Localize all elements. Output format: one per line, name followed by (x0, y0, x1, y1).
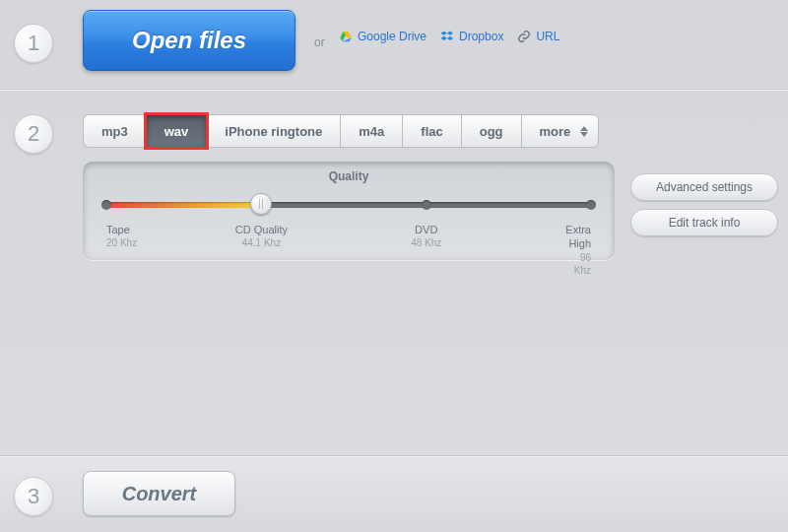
quality-label: Tape20 Khz (106, 223, 137, 249)
or-text: or (314, 35, 325, 49)
quality-label: CD Quality44.1 Khz (235, 223, 288, 249)
link-icon (517, 30, 531, 43)
format-tab-wav[interactable]: wav (146, 114, 207, 148)
google-drive-link[interactable]: Google Drive (339, 30, 427, 43)
format-tab-mp3[interactable]: mp3 (83, 114, 146, 148)
quality-label: DVD48 Khz (411, 223, 441, 249)
slider-tick (101, 200, 111, 210)
slider-tick (586, 200, 596, 210)
step-1-open-files: 1 Open files or Google Drive Dropbox URL (0, 0, 788, 89)
step-2-settings: 2 mp3waviPhone ringtonem4aflacoggmore Qu… (0, 91, 788, 455)
format-tab-iphone-ringtone[interactable]: iPhone ringtone (206, 114, 340, 148)
google-drive-icon (339, 30, 353, 43)
quality-labels: Tape20 KhzCD Quality44.1 KhzDVD48 KhzExt… (106, 223, 591, 250)
format-tabs: mp3waviPhone ringtonem4aflacoggmore (83, 114, 599, 148)
google-drive-label: Google Drive (358, 30, 427, 43)
slider-fill (106, 202, 261, 208)
advanced-settings-button[interactable]: Advanced settings (630, 173, 778, 201)
format-tab-m4a[interactable]: m4a (340, 114, 402, 148)
quality-label: Extra High96 Khz (565, 223, 591, 277)
slider-thumb[interactable] (250, 193, 272, 215)
dropbox-icon (440, 30, 454, 43)
url-label: URL (536, 30, 559, 43)
step-3-convert: 3 Convert (0, 457, 788, 532)
edit-track-info-button[interactable]: Edit track info (630, 209, 778, 236)
format-tab-more[interactable]: more (521, 114, 600, 148)
quality-slider[interactable] (106, 197, 591, 213)
url-link[interactable]: URL (517, 30, 559, 43)
slider-tick (422, 200, 431, 210)
more-updown-icon (578, 123, 590, 139)
step-badge-1: 1 (14, 24, 53, 63)
step-badge-2: 2 (14, 114, 53, 154)
open-files-button[interactable]: Open files (83, 10, 296, 71)
dropbox-label: Dropbox (459, 30, 503, 43)
quality-panel: Quality Tape20 KhzCD Quality44.1 KhzDVD4… (83, 162, 615, 260)
format-tab-ogg[interactable]: ogg (461, 114, 521, 148)
convert-button[interactable]: Convert (83, 471, 235, 516)
cloud-source-links: Google Drive Dropbox URL (339, 30, 559, 43)
dropbox-link[interactable]: Dropbox (440, 30, 503, 43)
quality-title: Quality (83, 169, 615, 183)
step-badge-3: 3 (14, 477, 53, 516)
format-tab-flac[interactable]: flac (402, 114, 460, 148)
